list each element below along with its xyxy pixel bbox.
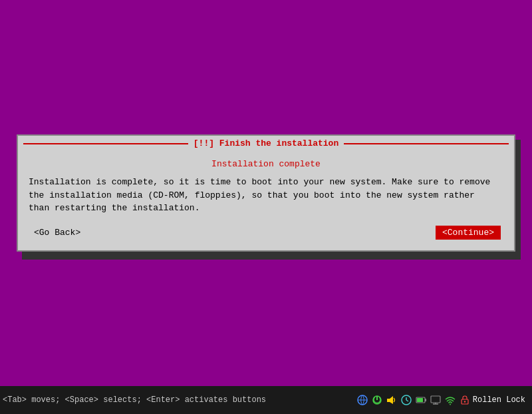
svg-line-8 <box>406 400 408 401</box>
dialog-shadow-container: [!!] Finish the installation Installatio… <box>17 134 515 252</box>
clock-icon[interactable] <box>400 393 413 407</box>
power-icon[interactable] <box>370 393 384 407</box>
svg-point-17 <box>464 401 466 402</box>
wifi-icon[interactable] <box>444 393 457 407</box>
taskbar: <Tab> moves; <Space> selects; <Enter> ac… <box>0 386 532 414</box>
keyboard-hint-text: <Tab> moves; <Space> selects; <Enter> ac… <box>0 395 356 405</box>
desktop: [!!] Finish the installation Installatio… <box>0 0 532 386</box>
svg-rect-11 <box>417 398 423 402</box>
svg-rect-12 <box>431 396 440 403</box>
dialog-body: Installation complete Installation is co… <box>18 151 514 250</box>
display-icon[interactable] <box>429 393 442 407</box>
dialog-titlebar: [!!] Finish the installation <box>18 136 514 151</box>
installation-message-text: Installation is complete, so it is time … <box>29 176 503 215</box>
finish-installation-dialog: [!!] Finish the installation Installatio… <box>17 134 515 252</box>
battery-icon[interactable] <box>414 393 428 407</box>
titlebar-line-right <box>344 143 509 144</box>
installation-complete-heading: Installation complete <box>29 159 503 169</box>
rollen-lock-label: Rollen Lock <box>473 395 528 405</box>
svg-point-15 <box>450 404 451 405</box>
svg-rect-10 <box>425 399 426 401</box>
continue-button[interactable]: <Continue> <box>436 226 501 240</box>
svg-rect-4 <box>387 399 390 402</box>
taskbar-icons-area: Rollen Lock <box>356 393 532 407</box>
dialog-button-row: <Go Back> <Continue> <box>29 226 503 240</box>
network-icon[interactable] <box>356 393 369 407</box>
svg-marker-5 <box>390 396 393 404</box>
go-back-button[interactable]: <Go Back> <box>31 226 83 239</box>
lock-icon[interactable] <box>458 393 471 407</box>
titlebar-line-left <box>23 143 188 144</box>
volume-icon[interactable] <box>385 393 398 407</box>
dialog-title: [!!] Finish the installation <box>188 138 344 148</box>
